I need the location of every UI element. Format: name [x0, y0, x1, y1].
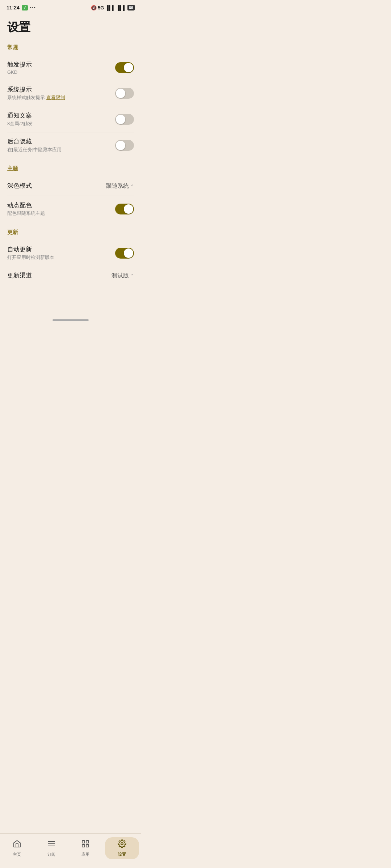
auto-update-subtitle: 打开应用时检测新版本: [7, 254, 115, 261]
toggle-thumb: [124, 63, 133, 72]
settings-item-background-hide-left: 后台隐藏 在[最近任务]中隐藏本应用: [7, 137, 115, 153]
settings-item-system-hint[interactable]: 系统提示 系统样式触发提示 查看限制: [0, 80, 141, 106]
status-right: 🔇 5G ▐▌▌ ▐▌▌ 66: [91, 5, 135, 10]
dynamic-color-subtitle: 配色跟随系统主题: [7, 210, 115, 217]
dark-mode-value: 跟随系统: [106, 182, 129, 190]
home-indicator: [52, 319, 89, 321]
settings-item-dark-mode[interactable]: 深色模式 跟随系统 ⌃: [0, 176, 141, 196]
auto-update-right: [115, 248, 134, 259]
dark-mode-title: 深色模式: [7, 182, 106, 190]
dark-mode-right[interactable]: 跟随系统 ⌃: [106, 182, 134, 190]
section-header-theme: 主题: [0, 165, 141, 176]
auto-update-toggle[interactable]: [115, 248, 134, 259]
toggle-thumb: [116, 115, 125, 124]
trigger-hint-title: 触发提示: [7, 60, 115, 69]
status-time: 11:24: [7, 5, 20, 10]
background-hide-toggle[interactable]: [115, 140, 134, 151]
notification-copy-subtitle: 8全局/2触发: [7, 120, 115, 127]
background-hide-subtitle: 在[最近任务]中隐藏本应用: [7, 146, 115, 153]
auto-update-title: 自动更新: [7, 245, 115, 254]
toggle-thumb: [116, 141, 125, 150]
system-hint-title: 系统提示: [7, 85, 115, 94]
settings-item-trigger-hint-left: 触发提示 GKD: [7, 60, 115, 75]
settings-item-update-channel-left: 更新渠道: [7, 271, 112, 280]
dynamic-color-right: [115, 204, 134, 214]
notification-copy-title: 通知文案: [7, 111, 115, 120]
section-header-general: 常规: [0, 44, 141, 55]
mute-icon: 🔇: [91, 5, 97, 10]
update-channel-value: 测试版: [112, 272, 129, 280]
status-dots: ···: [30, 4, 36, 11]
settings-item-notification-copy-left: 通知文案 8全局/2触发: [7, 111, 115, 127]
chevron-down-icon: ⌃: [130, 273, 134, 278]
settings-item-dynamic-color[interactable]: 动态配色 配色跟随系统主题: [0, 196, 141, 222]
update-channel-title: 更新渠道: [7, 271, 112, 280]
toggle-thumb: [124, 204, 133, 214]
signal-bars-2: ▐▌▌: [116, 5, 126, 10]
notification-copy-right: [115, 114, 134, 125]
settings-item-auto-update[interactable]: 自动更新 打开应用时检测新版本: [0, 240, 141, 266]
network-type: 5G: [98, 5, 104, 10]
status-bar: 11:24 ✓ ··· 🔇 5G ▐▌▌ ▐▌▌ 66: [0, 0, 141, 12]
settings-item-background-hide[interactable]: 后台隐藏 在[最近任务]中隐藏本应用: [0, 132, 141, 158]
toggle-thumb: [124, 248, 133, 258]
toggle-thumb: [116, 89, 125, 98]
status-left: 11:24 ✓ ···: [7, 4, 36, 11]
dynamic-color-toggle[interactable]: [115, 204, 134, 214]
section-header-update: 更新: [0, 229, 141, 240]
notification-copy-toggle[interactable]: [115, 114, 134, 125]
background-hide-right: [115, 140, 134, 151]
trigger-hint-right: [115, 62, 134, 73]
update-channel-dropdown[interactable]: 测试版 ⌃: [112, 272, 134, 280]
section-gap-1: [0, 158, 141, 165]
signal-bars: ▐▌▌: [105, 5, 115, 10]
system-hint-toggle[interactable]: [115, 88, 134, 99]
content-area: 常规 触发提示 GKD 系统提示 系统样式触发提示 查看限制: [0, 44, 141, 318]
background-hide-title: 后台隐藏: [7, 137, 115, 146]
settings-item-update-channel[interactable]: 更新渠道 测试版 ⌃: [0, 266, 141, 285]
update-channel-right[interactable]: 测试版 ⌃: [112, 272, 134, 280]
system-hint-right: [115, 88, 134, 99]
page-title: 设置: [0, 12, 141, 44]
settings-item-system-hint-left: 系统提示 系统样式触发提示 查看限制: [7, 85, 115, 101]
settings-item-notification-copy[interactable]: 通知文案 8全局/2触发: [0, 106, 141, 132]
system-hint-link[interactable]: 查看限制: [46, 95, 65, 100]
app-notification-icon: ✓: [22, 5, 28, 10]
settings-item-dark-mode-left: 深色模式: [7, 182, 106, 191]
trigger-hint-toggle[interactable]: [115, 62, 134, 73]
system-hint-subtitle: 系统样式触发提示 查看限制: [7, 94, 115, 101]
chevron-down-icon: ⌃: [130, 184, 134, 189]
section-gap-2: [0, 222, 141, 229]
settings-item-trigger-hint[interactable]: 触发提示 GKD: [0, 55, 141, 80]
trigger-hint-subtitle: GKD: [7, 69, 115, 75]
dark-mode-dropdown[interactable]: 跟随系统 ⌃: [106, 182, 134, 190]
dynamic-color-title: 动态配色: [7, 201, 115, 209]
settings-item-dynamic-color-left: 动态配色 配色跟随系统主题: [7, 201, 115, 217]
battery-indicator: 66: [127, 5, 135, 10]
settings-item-auto-update-left: 自动更新 打开应用时检测新版本: [7, 245, 115, 261]
